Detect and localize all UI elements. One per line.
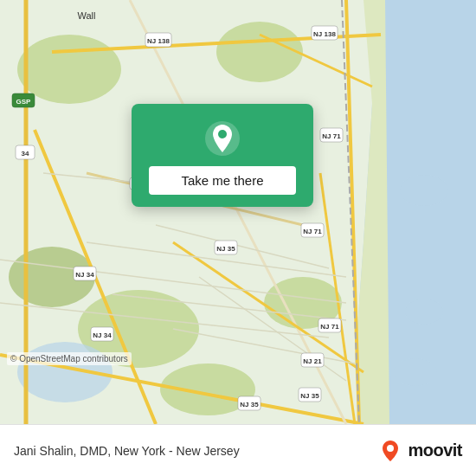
svg-point-9 (400, 175, 448, 206)
svg-text:NJ 138: NJ 138 (313, 30, 336, 38)
location-label: Jani Shalin, DMD, New York - New Jersey (14, 444, 240, 458)
svg-text:NJ 71: NJ 71 (322, 132, 341, 140)
svg-text:NJ 71: NJ 71 (303, 228, 322, 235)
svg-text:NJ 35: NJ 35 (240, 401, 259, 408)
moovit-pin-icon (378, 439, 402, 463)
svg-text:NJ 35: NJ 35 (216, 245, 235, 253)
moovit-brand-label: moovit (408, 441, 462, 460)
map-container: 34 NJ 34 NJ 34 NJ 138 NJ 138 NJ 71 NJ 71… (0, 0, 476, 424)
svg-text:NJ 35: NJ 35 (300, 392, 319, 400)
svg-point-10 (405, 299, 443, 325)
svg-text:Wall: Wall (78, 10, 96, 21)
svg-point-4 (216, 22, 303, 82)
popup-card: Take me there (132, 104, 313, 207)
osm-attribution: © OpenStreetMap contributors (7, 352, 132, 365)
bottom-bar: Jani Shalin, DMD, New York - New Jersey … (0, 424, 476, 476)
svg-text:NJ 34: NJ 34 (93, 331, 112, 339)
svg-text:34: 34 (22, 150, 29, 158)
svg-point-11 (394, 358, 437, 386)
svg-text:NJ 71: NJ 71 (320, 323, 339, 331)
svg-text:NJ 21: NJ 21 (303, 357, 322, 365)
svg-point-63 (387, 445, 394, 452)
svg-text:GSP: GSP (16, 98, 32, 106)
svg-text:NJ 34: NJ 34 (75, 271, 94, 279)
svg-text:NJ 138: NJ 138 (147, 37, 170, 45)
svg-point-62 (218, 130, 227, 138)
take-me-there-button[interactable]: Take me there (149, 166, 296, 195)
location-pin-icon (203, 119, 241, 158)
moovit-logo: moovit (378, 439, 462, 463)
